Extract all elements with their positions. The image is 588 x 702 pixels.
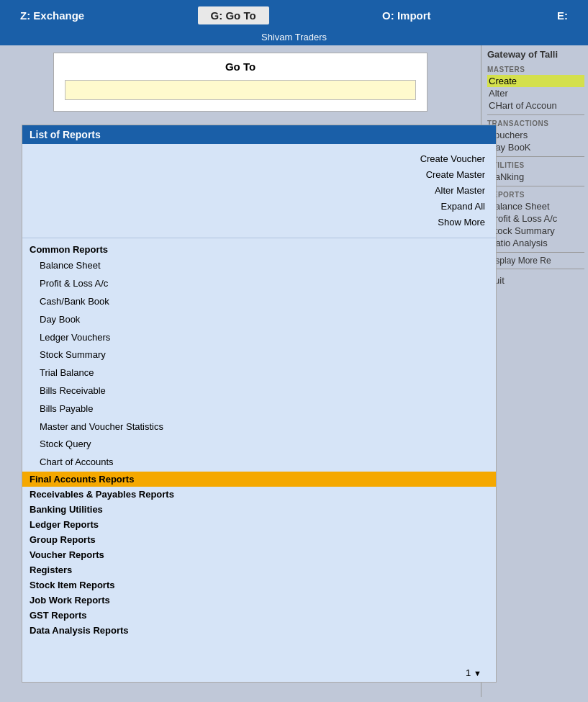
report-item[interactable]: Cash/Bank Book: [22, 293, 496, 311]
common-reports-list: Balance SheetProfit & Loss A/cCash/Bank …: [22, 257, 496, 472]
category-item[interactable]: Group Reports: [22, 532, 496, 547]
quick-action-item[interactable]: Create Master: [22, 167, 485, 183]
report-item[interactable]: Bills Receivable: [22, 382, 496, 400]
import-button[interactable]: O: Import: [369, 6, 444, 24]
masters-list: CreateAlterCHart of Accoun: [487, 75, 584, 112]
goto-input[interactable]: [65, 80, 416, 100]
report-item[interactable]: Day Book: [22, 311, 496, 329]
reports-body: Create VoucherCreate MasterAlter MasterE…: [22, 144, 496, 679]
report-item[interactable]: Master and Voucher Statistics: [22, 418, 496, 436]
category-item[interactable]: Receivables & Payables Reports: [22, 487, 496, 502]
reports-left: Create VoucherCreate MasterAlter MasterE…: [22, 144, 496, 679]
goto-title: Go To: [65, 60, 416, 73]
pagination-number: 1: [466, 667, 471, 678]
utilities-item[interactable]: BaNking: [487, 171, 584, 183]
category-item[interactable]: Job Work Reports: [22, 593, 496, 608]
category-item[interactable]: Final Accounts Reports: [22, 472, 496, 487]
divider-5: [487, 269, 584, 269]
right-panel: Gateway of Talli MASTERS CreateAlterCHar…: [481, 45, 588, 697]
reports-header: List of Reports: [22, 125, 496, 144]
transactions-item[interactable]: Vouchers: [487, 129, 584, 141]
divider-1: [487, 114, 584, 115]
right-reports-item[interactable]: Stock Summary: [487, 225, 584, 237]
report-item[interactable]: Stock Query: [22, 436, 496, 454]
right-reports-item[interactable]: Ratio Analysis: [487, 237, 584, 249]
category-item[interactable]: Data Analysis Reports: [22, 623, 496, 638]
display-more-button[interactable]: Display More Re: [487, 256, 584, 266]
transactions-item[interactable]: Day BooK: [487, 141, 584, 153]
report-item[interactable]: Balance Sheet: [22, 257, 496, 275]
gateway-title: Gateway of Talli: [487, 49, 584, 60]
quick-action-item[interactable]: Expand All: [22, 199, 485, 215]
divider-3: [487, 186, 584, 186]
quit-button[interactable]: Quit: [487, 275, 584, 286]
report-item[interactable]: Profit & Loss A/c: [22, 275, 496, 293]
company-name: Shivam Traders: [0, 30, 588, 45]
pagination-arrow-down[interactable]: ▼: [474, 669, 481, 678]
right-reports-item[interactable]: Profit & Loss A/c: [487, 212, 584, 225]
masters-item[interactable]: Alter: [487, 87, 584, 99]
report-item[interactable]: Stock Summary: [22, 346, 496, 364]
report-item[interactable]: Trial Balance: [22, 364, 496, 382]
right-reports-list: Balance SheetProfit & Loss A/cStock Summ…: [487, 200, 584, 249]
quick-action-item[interactable]: Show More: [22, 215, 485, 230]
category-item[interactable]: Registers: [22, 562, 496, 577]
reports-panel: List of Reports Create VoucherCreate Mas…: [22, 125, 497, 683]
more-button[interactable]: E:: [544, 6, 581, 24]
masters-item[interactable]: CHart of Accoun: [487, 99, 584, 112]
divider-4: [487, 252, 584, 253]
pagination: 1 ▼: [466, 667, 481, 678]
category-item[interactable]: Ledger Reports: [22, 517, 496, 532]
reports-label: REPORTS: [487, 191, 584, 199]
utilities-list: BaNking: [487, 171, 584, 183]
quick-action-item[interactable]: Create Voucher: [22, 151, 485, 167]
goto-dialog: Go To: [53, 53, 428, 112]
masters-item[interactable]: Create: [487, 75, 584, 87]
exchange-button[interactable]: Z: Exchange: [7, 6, 97, 24]
top-bar: Z: Exchange G: Go To O: Import E:: [0, 0, 588, 30]
right-reports-item[interactable]: Balance Sheet: [487, 200, 584, 212]
category-item[interactable]: Voucher Reports: [22, 547, 496, 562]
divider-2: [487, 156, 584, 157]
categories-list: Final Accounts ReportsReceivables & Paya…: [22, 472, 496, 638]
masters-label: MASTERS: [487, 66, 584, 73]
report-item[interactable]: Bills Payable: [22, 400, 496, 418]
report-item[interactable]: Ledger Vouchers: [22, 329, 496, 347]
left-panel: Go To List of Reports Create VoucherCrea…: [0, 45, 481, 697]
category-item[interactable]: Stock Item Reports: [22, 577, 496, 593]
quick-actions: Create VoucherCreate MasterAlter MasterE…: [22, 148, 496, 238]
goto-button[interactable]: G: Go To: [198, 6, 269, 24]
category-item[interactable]: GST Reports: [22, 608, 496, 623]
common-reports-header: Common Reports: [22, 242, 496, 257]
main-area: Go To List of Reports Create VoucherCrea…: [0, 45, 588, 697]
transactions-label: TRANSACTIONS: [487, 120, 584, 127]
category-item[interactable]: Banking Utilities: [22, 502, 496, 517]
utilities-label: UTILITIES: [487, 161, 584, 169]
quick-action-item[interactable]: Alter Master: [22, 183, 485, 199]
report-item[interactable]: Chart of Accounts: [22, 454, 496, 472]
transactions-list: VouchersDay BooK: [487, 129, 584, 153]
